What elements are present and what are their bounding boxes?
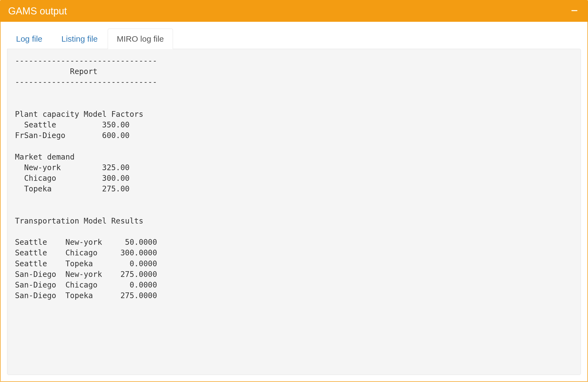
log-output: ------------------------------- Report -… <box>15 56 573 301</box>
tab-miro-log-file[interactable]: MIRO log file <box>108 29 173 49</box>
gams-output-panel: GAMS output Log file Listing file MIRO l… <box>0 0 588 382</box>
panel-header[interactable]: GAMS output <box>1 1 587 22</box>
tabs: Log file Listing file MIRO log file <box>7 28 581 49</box>
tab-content-miro-log: ------------------------------- Report -… <box>7 49 581 375</box>
minimize-icon[interactable] <box>569 6 580 16</box>
tab-listing-file[interactable]: Listing file <box>52 29 107 49</box>
tab-log-file[interactable]: Log file <box>7 29 51 49</box>
panel-title: GAMS output <box>8 5 67 17</box>
panel-body: Log file Listing file MIRO log file ----… <box>1 22 587 381</box>
